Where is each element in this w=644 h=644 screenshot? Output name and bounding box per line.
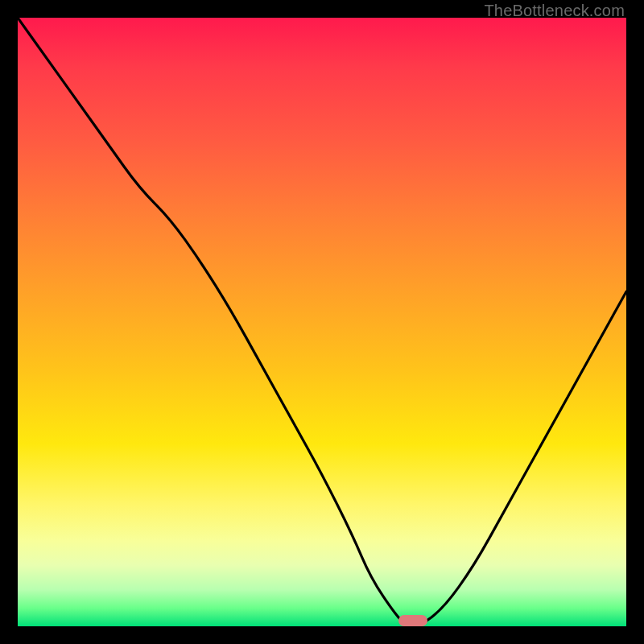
bottleneck-curve xyxy=(18,18,626,626)
plot-area xyxy=(18,18,626,626)
optimal-marker xyxy=(398,615,427,626)
chart-frame: TheBottleneck.com xyxy=(0,0,644,644)
